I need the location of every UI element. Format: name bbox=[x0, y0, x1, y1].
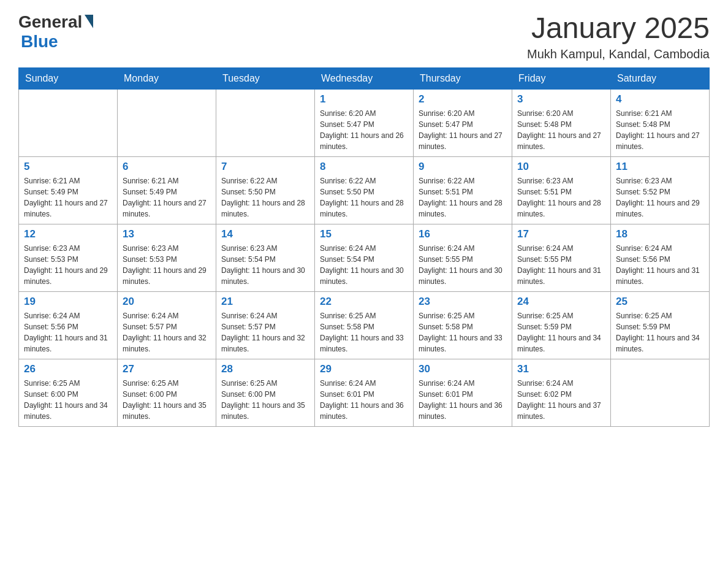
day-info: Sunrise: 6:24 AM Sunset: 5:57 PM Dayligh… bbox=[221, 310, 309, 354]
calendar-cell: 24Sunrise: 6:25 AM Sunset: 5:59 PM Dayli… bbox=[512, 291, 611, 359]
calendar-header-thursday: Thursday bbox=[414, 67, 512, 89]
location: Mukh Kampul, Kandal, Cambodia bbox=[527, 47, 710, 61]
day-info: Sunrise: 6:24 AM Sunset: 5:56 PM Dayligh… bbox=[24, 310, 112, 354]
calendar-header-row: SundayMondayTuesdayWednesdayThursdayFrid… bbox=[19, 67, 710, 89]
logo-general-text: General bbox=[18, 12, 82, 32]
calendar-cell: 8Sunrise: 6:22 AM Sunset: 5:50 PM Daylig… bbox=[315, 156, 414, 224]
day-number: 24 bbox=[517, 296, 605, 308]
day-number: 4 bbox=[616, 93, 704, 105]
day-number: 20 bbox=[123, 296, 211, 308]
calendar-week-row: 1Sunrise: 6:20 AM Sunset: 5:47 PM Daylig… bbox=[19, 89, 710, 156]
day-number: 5 bbox=[24, 161, 112, 173]
day-number: 8 bbox=[320, 161, 408, 173]
day-info: Sunrise: 6:23 AM Sunset: 5:51 PM Dayligh… bbox=[517, 175, 605, 220]
calendar-cell: 4Sunrise: 6:21 AM Sunset: 5:48 PM Daylig… bbox=[611, 89, 710, 156]
day-info: Sunrise: 6:25 AM Sunset: 6:00 PM Dayligh… bbox=[221, 378, 309, 422]
day-info: Sunrise: 6:20 AM Sunset: 5:48 PM Dayligh… bbox=[517, 108, 605, 152]
day-info: Sunrise: 6:22 AM Sunset: 5:51 PM Dayligh… bbox=[419, 175, 507, 220]
calendar-cell bbox=[611, 359, 710, 426]
calendar-cell: 27Sunrise: 6:25 AM Sunset: 6:00 PM Dayli… bbox=[118, 359, 216, 426]
day-info: Sunrise: 6:24 AM Sunset: 5:55 PM Dayligh… bbox=[419, 243, 507, 287]
month-title: January 2025 bbox=[527, 12, 710, 45]
day-info: Sunrise: 6:23 AM Sunset: 5:54 PM Dayligh… bbox=[221, 243, 309, 287]
day-number: 9 bbox=[419, 161, 507, 173]
day-info: Sunrise: 6:22 AM Sunset: 5:50 PM Dayligh… bbox=[221, 175, 309, 220]
day-info: Sunrise: 6:24 AM Sunset: 5:56 PM Dayligh… bbox=[616, 243, 704, 287]
day-number: 31 bbox=[517, 363, 605, 375]
calendar-cell: 17Sunrise: 6:24 AM Sunset: 5:55 PM Dayli… bbox=[512, 224, 611, 291]
day-info: Sunrise: 6:24 AM Sunset: 5:54 PM Dayligh… bbox=[320, 243, 408, 287]
calendar-header-wednesday: Wednesday bbox=[315, 67, 414, 89]
calendar-cell: 29Sunrise: 6:24 AM Sunset: 6:01 PM Dayli… bbox=[315, 359, 414, 426]
day-number: 17 bbox=[517, 228, 605, 240]
day-info: Sunrise: 6:22 AM Sunset: 5:50 PM Dayligh… bbox=[320, 175, 408, 220]
calendar-cell: 5Sunrise: 6:21 AM Sunset: 5:49 PM Daylig… bbox=[19, 156, 118, 224]
calendar-cell: 3Sunrise: 6:20 AM Sunset: 5:48 PM Daylig… bbox=[512, 89, 611, 156]
calendar-header-friday: Friday bbox=[512, 67, 611, 89]
day-info: Sunrise: 6:25 AM Sunset: 5:59 PM Dayligh… bbox=[517, 310, 605, 354]
calendar-cell: 9Sunrise: 6:22 AM Sunset: 5:51 PM Daylig… bbox=[414, 156, 512, 224]
day-info: Sunrise: 6:21 AM Sunset: 5:49 PM Dayligh… bbox=[123, 175, 211, 220]
calendar-cell: 21Sunrise: 6:24 AM Sunset: 5:57 PM Dayli… bbox=[216, 291, 315, 359]
calendar-cell: 20Sunrise: 6:24 AM Sunset: 5:57 PM Dayli… bbox=[118, 291, 216, 359]
day-info: Sunrise: 6:24 AM Sunset: 6:01 PM Dayligh… bbox=[419, 378, 507, 422]
day-info: Sunrise: 6:23 AM Sunset: 5:53 PM Dayligh… bbox=[123, 243, 211, 287]
calendar-header-sunday: Sunday bbox=[19, 67, 118, 89]
calendar-cell: 1Sunrise: 6:20 AM Sunset: 5:47 PM Daylig… bbox=[315, 89, 414, 156]
title-section: January 2025 Mukh Kampul, Kandal, Cambod… bbox=[527, 12, 710, 61]
calendar-week-row: 19Sunrise: 6:24 AM Sunset: 5:56 PM Dayli… bbox=[19, 291, 710, 359]
calendar-cell: 18Sunrise: 6:24 AM Sunset: 5:56 PM Dayli… bbox=[611, 224, 710, 291]
day-number: 16 bbox=[419, 228, 507, 240]
calendar-header-monday: Monday bbox=[118, 67, 216, 89]
day-number: 26 bbox=[24, 363, 112, 375]
day-info: Sunrise: 6:21 AM Sunset: 5:49 PM Dayligh… bbox=[24, 175, 112, 220]
calendar-cell: 28Sunrise: 6:25 AM Sunset: 6:00 PM Dayli… bbox=[216, 359, 315, 426]
day-number: 12 bbox=[24, 228, 112, 240]
day-info: Sunrise: 6:25 AM Sunset: 6:00 PM Dayligh… bbox=[24, 378, 112, 422]
day-info: Sunrise: 6:24 AM Sunset: 5:57 PM Dayligh… bbox=[123, 310, 211, 354]
day-number: 14 bbox=[221, 228, 309, 240]
calendar-cell: 23Sunrise: 6:25 AM Sunset: 5:58 PM Dayli… bbox=[414, 291, 512, 359]
calendar-cell: 12Sunrise: 6:23 AM Sunset: 5:53 PM Dayli… bbox=[19, 224, 118, 291]
day-info: Sunrise: 6:25 AM Sunset: 5:59 PM Dayligh… bbox=[616, 310, 704, 354]
day-number: 10 bbox=[517, 161, 605, 173]
logo-arrow-icon bbox=[85, 15, 93, 28]
calendar-header-tuesday: Tuesday bbox=[216, 67, 315, 89]
day-number: 22 bbox=[320, 296, 408, 308]
day-info: Sunrise: 6:24 AM Sunset: 6:02 PM Dayligh… bbox=[517, 378, 605, 422]
day-info: Sunrise: 6:24 AM Sunset: 6:01 PM Dayligh… bbox=[320, 378, 408, 422]
day-number: 7 bbox=[221, 161, 309, 173]
day-number: 1 bbox=[320, 93, 408, 105]
day-number: 13 bbox=[123, 228, 211, 240]
day-number: 23 bbox=[419, 296, 507, 308]
calendar-week-row: 12Sunrise: 6:23 AM Sunset: 5:53 PM Dayli… bbox=[19, 224, 710, 291]
day-info: Sunrise: 6:20 AM Sunset: 5:47 PM Dayligh… bbox=[419, 108, 507, 152]
day-number: 19 bbox=[24, 296, 112, 308]
day-info: Sunrise: 6:25 AM Sunset: 5:58 PM Dayligh… bbox=[320, 310, 408, 354]
calendar-week-row: 26Sunrise: 6:25 AM Sunset: 6:00 PM Dayli… bbox=[19, 359, 710, 426]
page-header: General Blue January 2025 Mukh Kampul, K… bbox=[18, 12, 710, 61]
calendar-cell: 14Sunrise: 6:23 AM Sunset: 5:54 PM Dayli… bbox=[216, 224, 315, 291]
day-number: 30 bbox=[419, 363, 507, 375]
day-info: Sunrise: 6:24 AM Sunset: 5:55 PM Dayligh… bbox=[517, 243, 605, 287]
day-info: Sunrise: 6:25 AM Sunset: 6:00 PM Dayligh… bbox=[123, 378, 211, 422]
calendar-cell bbox=[216, 89, 315, 156]
day-info: Sunrise: 6:20 AM Sunset: 5:47 PM Dayligh… bbox=[320, 108, 408, 152]
logo-blue-text: Blue bbox=[21, 32, 58, 51]
calendar-week-row: 5Sunrise: 6:21 AM Sunset: 5:49 PM Daylig… bbox=[19, 156, 710, 224]
day-number: 2 bbox=[419, 93, 507, 105]
calendar-cell: 30Sunrise: 6:24 AM Sunset: 6:01 PM Dayli… bbox=[414, 359, 512, 426]
day-number: 18 bbox=[616, 228, 704, 240]
calendar-cell: 10Sunrise: 6:23 AM Sunset: 5:51 PM Dayli… bbox=[512, 156, 611, 224]
day-number: 6 bbox=[123, 161, 211, 173]
day-info: Sunrise: 6:23 AM Sunset: 5:53 PM Dayligh… bbox=[24, 243, 112, 287]
calendar-cell: 19Sunrise: 6:24 AM Sunset: 5:56 PM Dayli… bbox=[19, 291, 118, 359]
logo: General Blue bbox=[18, 12, 93, 52]
calendar-header-saturday: Saturday bbox=[611, 67, 710, 89]
calendar-cell: 11Sunrise: 6:23 AM Sunset: 5:52 PM Dayli… bbox=[611, 156, 710, 224]
day-info: Sunrise: 6:23 AM Sunset: 5:52 PM Dayligh… bbox=[616, 175, 704, 220]
day-number: 11 bbox=[616, 161, 704, 173]
calendar-cell: 13Sunrise: 6:23 AM Sunset: 5:53 PM Dayli… bbox=[118, 224, 216, 291]
day-number: 21 bbox=[221, 296, 309, 308]
calendar-cell: 16Sunrise: 6:24 AM Sunset: 5:55 PM Dayli… bbox=[414, 224, 512, 291]
